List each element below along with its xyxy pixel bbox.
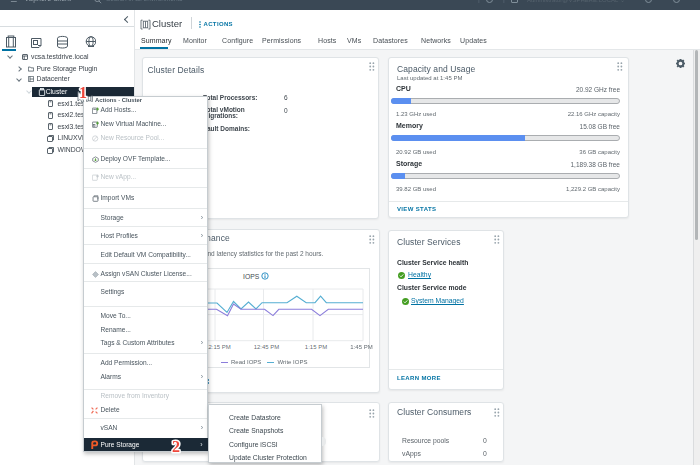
svg-text:2: 2 bbox=[172, 438, 180, 455]
svg-text:1: 1 bbox=[79, 84, 87, 101]
